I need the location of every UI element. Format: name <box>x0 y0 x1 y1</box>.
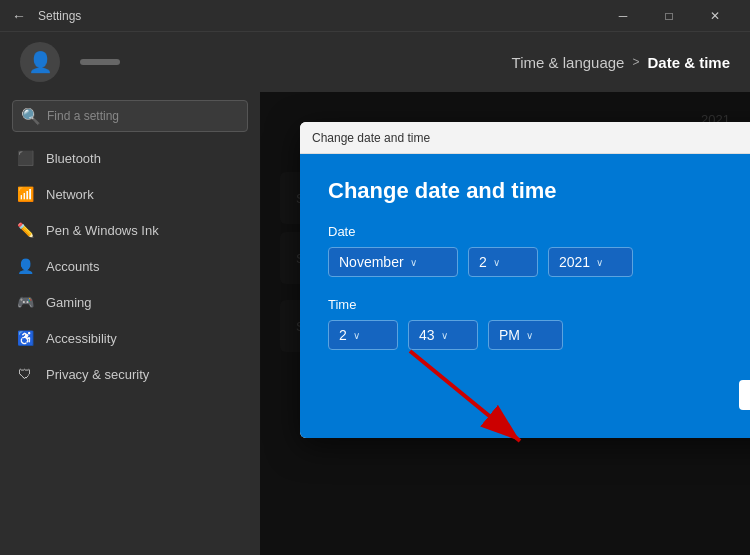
content-area: 2021 Set time automatically Set time zon… <box>260 92 750 555</box>
avatar: 👤 <box>20 42 60 82</box>
month-chevron-icon: ∨ <box>410 257 417 268</box>
day-value: 2 <box>479 254 487 270</box>
day-select[interactable]: 2 ∨ <box>468 247 538 277</box>
month-select[interactable]: November ∨ <box>328 247 458 277</box>
date-label: Date <box>328 224 750 239</box>
close-button[interactable]: ✕ <box>692 0 738 32</box>
sidebar-item-accounts[interactable]: 👤 Accounts <box>0 248 260 284</box>
header: 👤 Time & language > Date & time <box>0 32 750 92</box>
sidebar-item-accessibility[interactable]: ♿ Accessibility <box>0 320 260 356</box>
sidebar-item-pen[interactable]: ✏️ Pen & Windows Ink <box>0 212 260 248</box>
back-button[interactable]: ← <box>12 8 26 24</box>
month-value: November <box>339 254 404 270</box>
accounts-icon: 👤 <box>16 257 34 275</box>
sidebar-item-label: Pen & Windows Ink <box>46 223 159 238</box>
modal-body: Change date and time Date November ∨ 2 ∨… <box>300 154 750 438</box>
maximize-button[interactable]: □ <box>646 0 692 32</box>
pen-icon: ✏️ <box>16 221 34 239</box>
sidebar-item-privacy[interactable]: 🛡 Privacy & security <box>0 356 260 392</box>
main-layout: 🔍 Find a setting ⬛ Bluetooth 📶 Network ✏… <box>0 92 750 555</box>
modal-title-text: Change date and time <box>312 131 430 145</box>
sidebar-item-label: Accounts <box>46 259 99 274</box>
accessibility-icon: ♿ <box>16 329 34 347</box>
sidebar: 🔍 Find a setting ⬛ Bluetooth 📶 Network ✏… <box>0 92 260 555</box>
date-row: November ∨ 2 ∨ 2021 ∨ <box>328 247 750 277</box>
hour-select[interactable]: 2 ∨ <box>328 320 398 350</box>
avatar-icon: 👤 <box>28 50 53 74</box>
sidebar-item-label: Accessibility <box>46 331 117 346</box>
breadcrumb-separator: > <box>632 55 639 69</box>
year-select[interactable]: 2021 ∨ <box>548 247 633 277</box>
search-icon: 🔍 <box>21 107 41 126</box>
sidebar-item-bluetooth[interactable]: ⬛ Bluetooth <box>0 140 260 176</box>
minute-value: 43 <box>419 327 435 343</box>
app-title: Settings <box>38 9 81 23</box>
sidebar-item-label: Privacy & security <box>46 367 149 382</box>
ampm-select[interactable]: PM ∨ <box>488 320 563 350</box>
gaming-icon: 🎮 <box>16 293 34 311</box>
change-datetime-modal: Change date and time Change date and tim… <box>300 122 750 438</box>
bluetooth-icon: ⬛ <box>16 149 34 167</box>
ampm-chevron-icon: ∨ <box>526 330 533 341</box>
year-value: 2021 <box>559 254 590 270</box>
modal-title-bar: Change date and time <box>300 122 750 154</box>
breadcrumb: Time & language > Date & time <box>512 54 730 71</box>
network-icon: 📶 <box>16 185 34 203</box>
day-chevron-icon: ∨ <box>493 257 500 268</box>
sidebar-item-label: Network <box>46 187 94 202</box>
minimize-button[interactable]: ─ <box>600 0 646 32</box>
title-bar: ← Settings ─ □ ✕ <box>0 0 750 32</box>
search-box[interactable]: 🔍 Find a setting <box>12 100 248 132</box>
hour-chevron-icon: ∨ <box>353 330 360 341</box>
breadcrumb-page: Date & time <box>647 54 730 71</box>
minute-chevron-icon: ∨ <box>441 330 448 341</box>
privacy-icon: 🛡 <box>16 365 34 383</box>
time-row: 2 ∨ 43 ∨ PM ∨ <box>328 320 750 350</box>
sidebar-item-label: Gaming <box>46 295 92 310</box>
modal-change-button[interactable]: Change <box>739 380 750 410</box>
sidebar-item-gaming[interactable]: 🎮 Gaming <box>0 284 260 320</box>
breadcrumb-section: Time & language <box>512 54 625 71</box>
hour-value: 2 <box>339 327 347 343</box>
search-placeholder: Find a setting <box>47 109 119 123</box>
minute-select[interactable]: 43 ∨ <box>408 320 478 350</box>
sidebar-item-network[interactable]: 📶 Network <box>0 176 260 212</box>
modal-footer: Change Cancel <box>328 370 750 410</box>
ampm-value: PM <box>499 327 520 343</box>
window-controls: ─ □ ✕ <box>600 0 738 32</box>
time-label: Time <box>328 297 750 312</box>
sidebar-item-label: Bluetooth <box>46 151 101 166</box>
modal-heading: Change date and time <box>328 178 750 204</box>
user-name-placeholder <box>80 59 120 65</box>
year-chevron-icon: ∨ <box>596 257 603 268</box>
